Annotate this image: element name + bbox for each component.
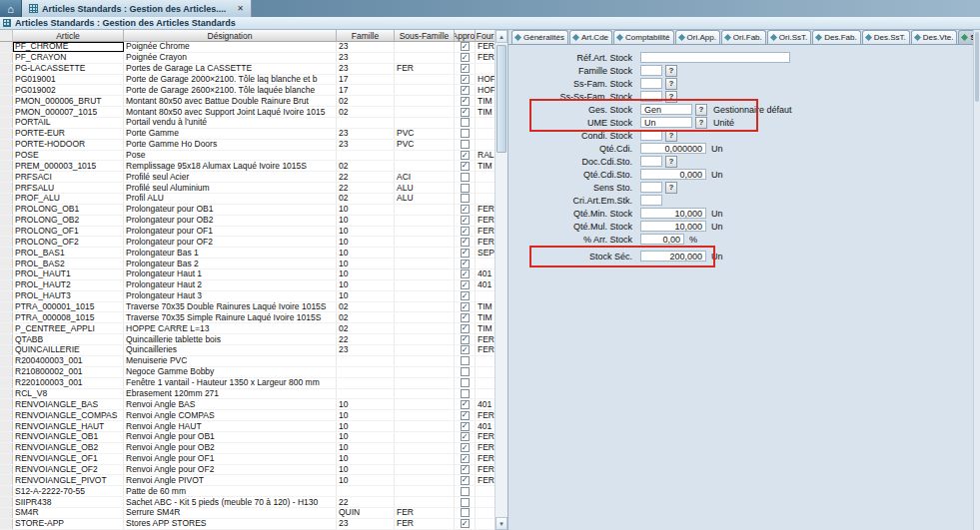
table-row[interactable]: PRFSALUProfilé seul Aluminium22ALU	[0, 183, 494, 194]
cell-sous-famille[interactable]: FER	[395, 508, 455, 518]
cell-sous-famille[interactable]	[395, 259, 455, 268]
cell-designation[interactable]: Renvoi Angle pour OF1	[124, 454, 337, 464]
cell-four[interactable]: RAL	[476, 151, 494, 161]
row-selector[interactable]	[0, 227, 13, 237]
table-row[interactable]: PRFSACIProfilé seul Acier22ACI	[0, 172, 494, 183]
cell-article[interactable]: PROL_BAS2	[13, 259, 124, 268]
cell-famille[interactable]: 10	[337, 475, 395, 485]
cell-sous-famille[interactable]	[395, 269, 455, 279]
lookup-button[interactable]: ?	[665, 78, 677, 90]
appro-checkbox[interactable]	[461, 75, 470, 84]
row-selector[interactable]	[0, 486, 13, 496]
cell-sous-famille[interactable]	[395, 161, 455, 171]
cell-four[interactable]	[476, 172, 494, 182]
appro-checkbox[interactable]	[461, 108, 470, 117]
cell-article[interactable]: RENVOIANGLE_OB2	[13, 443, 124, 453]
tab-art-cde[interactable]: Art.Cde	[569, 30, 612, 44]
cell-four[interactable]: FER	[476, 237, 494, 247]
appro-checkbox[interactable]	[461, 173, 470, 182]
cell-designation[interactable]: Renvoi Angle pour OF2	[124, 465, 337, 475]
table-row[interactable]: PG019001Porte de Garage 2000×2100. Tôle …	[0, 75, 494, 86]
tab-g-n-ralit-s[interactable]: Généralités	[511, 30, 568, 44]
cell-famille[interactable]: 23	[337, 345, 395, 355]
cell-famille[interactable]	[337, 356, 395, 366]
panel-scrollbar-thumb[interactable]	[975, 32, 979, 102]
cell-famille[interactable]: 22	[337, 183, 395, 193]
table-row[interactable]: PREM_000003_1015Remplissage 95x18 Alumax…	[0, 161, 494, 172]
cell-four[interactable]: HOF	[476, 75, 494, 85]
appro-checkbox[interactable]	[461, 400, 470, 409]
cell-designation[interactable]: Montant 80x50 avec Support Joint Laqué I…	[124, 107, 337, 117]
cell-designation[interactable]: Prolongateur Bas 1	[124, 248, 337, 258]
appro-checkbox[interactable]	[461, 64, 470, 73]
cell-sous-famille[interactable]: FER	[395, 519, 455, 529]
field-doc-cdi-sto[interactable]	[640, 156, 662, 167]
cell-sous-famille[interactable]	[395, 356, 455, 366]
table-row[interactable]: PROLONG_OB2Prolongateur pour OB210FER	[0, 216, 494, 227]
row-selector[interactable]	[0, 378, 13, 388]
row-selector[interactable]	[0, 183, 13, 193]
cell-designation[interactable]: Poignée Chrome	[124, 42, 337, 52]
cell-sous-famille[interactable]: FER	[395, 64, 455, 74]
column-header-article[interactable]: Article	[13, 30, 124, 42]
cell-designation[interactable]: Porte Gamme	[124, 129, 337, 139]
cell-four[interactable]	[476, 378, 494, 388]
appro-checkbox[interactable]	[461, 291, 470, 300]
row-selector[interactable]	[0, 497, 13, 507]
table-row[interactable]: PROL_HAUT1Prolongateur Haut 110401	[0, 269, 494, 280]
table-row[interactable]: QUINCAILLERIEQuincailleries23FER	[0, 345, 494, 356]
cell-designation[interactable]: Porte Gamme Ho Doors	[124, 140, 337, 150]
cell-four[interactable]	[476, 367, 494, 377]
cell-four[interactable]: SEP	[476, 248, 494, 258]
cell-article[interactable]: PROL_HAUT1	[13, 269, 124, 279]
cell-famille[interactable]	[337, 486, 395, 496]
row-selector[interactable]	[0, 508, 13, 518]
cell-sous-famille[interactable]	[395, 443, 455, 453]
tab-comptabilit[interactable]: Comptabilité	[613, 30, 673, 44]
tab-ori-sst[interactable]: Ori.SsT.	[767, 30, 811, 44]
appro-checkbox[interactable]	[461, 422, 470, 431]
appro-checkbox[interactable]	[461, 260, 470, 268]
column-header-appro[interactable]: Appro.	[455, 30, 476, 42]
tab-des-vte[interactable]: Des.Vte.	[911, 30, 958, 44]
appro-checkbox[interactable]	[461, 519, 470, 528]
appro-checkbox[interactable]	[461, 313, 470, 322]
cell-designation[interactable]: Portes de Garage La CASSETTE	[124, 64, 337, 74]
row-selector[interactable]	[0, 334, 13, 344]
row-selector[interactable]	[0, 465, 13, 475]
row-selector[interactable]	[0, 389, 13, 399]
table-row[interactable]: RENVOIANGLE_OF2Renvoi Angle pour OF210FE…	[0, 465, 494, 476]
appro-checkbox[interactable]	[461, 129, 470, 138]
tab-des-sst[interactable]: Des.SsT.	[862, 30, 910, 44]
scroll-down-icon[interactable]	[495, 517, 507, 530]
table-row[interactable]: P_CENTREE_APPLIHOPPE CARRE L=1302TIM	[0, 323, 494, 334]
cell-famille[interactable]: 23	[337, 519, 395, 529]
cell-sous-famille[interactable]	[395, 118, 455, 128]
appro-checkbox[interactable]	[461, 269, 470, 278]
appro-checkbox[interactable]	[461, 487, 470, 496]
cell-designation[interactable]: Prolongateur Haut 1	[124, 269, 337, 279]
cell-sous-famille[interactable]	[395, 85, 455, 95]
cell-designation[interactable]: Prolongateur pour OB2	[124, 216, 337, 226]
cell-sous-famille[interactable]: ACI	[395, 172, 455, 182]
table-row[interactable]: RENVOIANGLE_OB1Renvoi Angle pour OB110FE…	[0, 432, 494, 443]
appro-checkbox[interactable]	[461, 378, 470, 387]
cell-famille[interactable]: 23	[337, 42, 395, 52]
cell-sous-famille[interactable]: ALU	[395, 183, 455, 193]
appro-checkbox[interactable]	[461, 324, 470, 333]
lookup-button[interactable]: ?	[665, 130, 677, 142]
appro-checkbox[interactable]	[461, 465, 470, 474]
appro-checkbox[interactable]	[461, 205, 470, 214]
cell-four[interactable]	[476, 356, 494, 366]
cell-famille[interactable]: 10	[337, 237, 395, 247]
cell-famille[interactable]: 02	[337, 96, 395, 106]
cell-four[interactable]: FER	[476, 475, 494, 485]
cell-four[interactable]	[476, 519, 494, 529]
cell-sous-famille[interactable]	[395, 205, 455, 215]
row-selector[interactable]	[0, 237, 13, 247]
cell-famille[interactable]: 10	[337, 291, 395, 301]
table-row[interactable]: SM4RSerrure SM4RQUINFER	[0, 508, 494, 519]
cell-famille[interactable]: 10	[337, 227, 395, 237]
close-tab-icon[interactable]	[237, 4, 244, 13]
cell-sous-famille[interactable]	[395, 237, 455, 247]
